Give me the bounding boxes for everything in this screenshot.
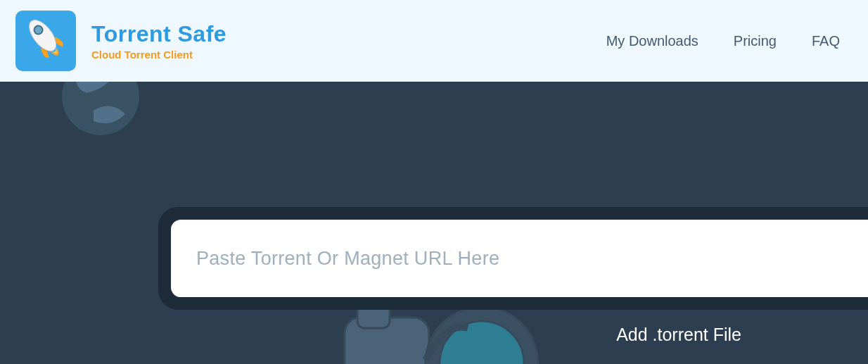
header-bar: Torrent Safe Cloud Torrent Client My Dow… bbox=[0, 0, 868, 82]
url-input-panel bbox=[158, 207, 868, 310]
nav-pricing[interactable]: Pricing bbox=[734, 33, 777, 49]
rocket-icon bbox=[22, 13, 70, 68]
header-nav: My Downloads Pricing FAQ bbox=[606, 33, 840, 49]
globe-icon bbox=[55, 82, 146, 142]
brand-title: Torrent Safe bbox=[91, 21, 226, 47]
brand-tagline: Cloud Torrent Client bbox=[91, 49, 226, 61]
brand-logo[interactable] bbox=[15, 11, 76, 71]
torrent-url-input[interactable] bbox=[171, 220, 868, 297]
add-torrent-file-link[interactable]: Add .torrent File bbox=[616, 325, 741, 345]
nav-my-downloads[interactable]: My Downloads bbox=[606, 33, 698, 49]
hero-section: Add .torrent File bbox=[0, 82, 868, 364]
brand-text: Torrent Safe Cloud Torrent Client bbox=[91, 21, 226, 61]
nav-faq[interactable]: FAQ bbox=[812, 33, 840, 49]
